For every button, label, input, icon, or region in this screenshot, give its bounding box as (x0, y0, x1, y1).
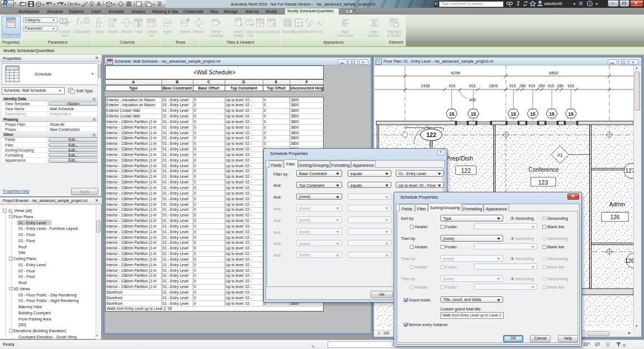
svg-text:Conference: Conference (528, 166, 558, 173)
svg-text:915: 915 (449, 84, 456, 88)
svg-text:Prep/Dish: Prep/Dish (446, 155, 473, 162)
svg-text:915: 915 (567, 84, 574, 88)
svg-text:289: 289 (519, 84, 526, 88)
svg-text:2438: 2438 (421, 84, 430, 88)
svg-text:Admin: Admin (609, 201, 625, 207)
svg-text:123: 123 (538, 179, 548, 186)
svg-text:126: 126 (610, 214, 620, 220)
svg-text:A1: A1 (557, 152, 563, 158)
svg-text:915: 915 (548, 84, 555, 88)
svg-text:122: 122 (427, 131, 437, 138)
svg-text:?: ? (589, 2, 591, 6)
svg-text:15: 15 (471, 111, 476, 117)
svg-text:915: 915 (528, 84, 535, 88)
svg-text:405: 405 (469, 98, 476, 102)
svg-text:915: 915 (509, 84, 516, 88)
svg-text:289: 289 (538, 84, 545, 88)
svg-text:·: · (568, 2, 569, 5)
svg-text:126: 126 (625, 258, 633, 264)
svg-text:15: 15 (549, 111, 555, 117)
svg-text:15: 15 (569, 111, 574, 117)
svg-text:15: 15 (449, 111, 454, 117)
svg-text:sabutler66: sabutler66 (544, 2, 562, 6)
svg-text:1609: 1609 (489, 84, 498, 88)
svg-text:127: 127 (626, 168, 633, 174)
svg-text:A: A (316, 18, 321, 27)
svg-text:6299: 6299 (451, 70, 461, 76)
svg-text:915: 915 (469, 84, 476, 88)
svg-text:15: 15 (530, 111, 536, 117)
svg-text:122: 122 (461, 167, 471, 174)
svg-text:289: 289 (557, 84, 564, 88)
svg-text:6502: 6502 (549, 70, 558, 76)
svg-text:15: 15 (511, 111, 517, 117)
svg-text:A: A (97, 1, 101, 7)
svg-text::0: :0 (622, 343, 626, 347)
